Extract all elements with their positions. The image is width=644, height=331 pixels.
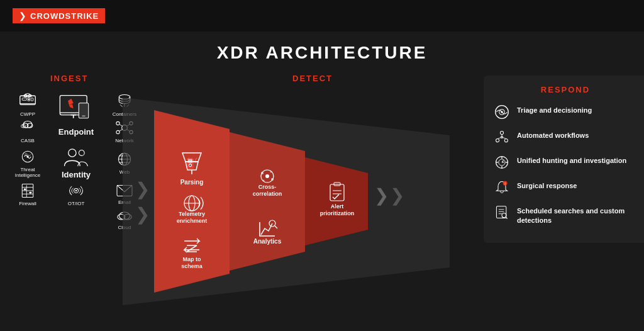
svg-text:!: ! (504, 182, 506, 186)
surgical-label: Surgical response (517, 179, 577, 191)
respond-item-surgical: ! Surgical response (493, 179, 638, 196)
svg-rect-46 (30, 191, 32, 193)
svg-point-96 (500, 132, 503, 135)
doc-search-icon (493, 204, 511, 222)
svg-text:schema: schema (181, 263, 203, 269)
cwpp-label: CWPP (20, 111, 35, 118)
svg-point-97 (496, 139, 499, 142)
ingest-item-casb: CASB (9, 119, 46, 144)
svg-text:prioritization: prioritization (320, 210, 355, 216)
scheduled-label: Scheduled searches and custom detections (517, 204, 638, 226)
svg-text:Parsing: Parsing (180, 179, 204, 186)
svg-rect-113 (496, 206, 506, 218)
main-content: INGEST (0, 69, 644, 330)
svg-point-80 (263, 180, 265, 182)
svg-line-118 (506, 217, 508, 219)
svg-text:enrichment: enrichment (177, 218, 208, 224)
svg-rect-1 (22, 98, 26, 101)
svg-rect-3 (28, 99, 30, 101)
gear-org-icon (493, 128, 511, 146)
svg-point-33 (26, 155, 29, 158)
svg-point-117 (502, 213, 506, 218)
eye-circle-icon (493, 103, 511, 121)
svg-text:❯: ❯ (135, 205, 150, 225)
svg-point-34 (69, 149, 76, 157)
detect-section: DETECT ❯ ❯ ❯ ❯ ⛽ Parsing (142, 69, 484, 330)
endpoint-label: Endpoint (58, 127, 94, 138)
svg-line-16 (120, 104, 123, 107)
respond-label: RESPOND (493, 85, 638, 94)
svg-rect-4 (31, 98, 33, 101)
page-title: XDR ARCHITECTURE (0, 43, 644, 63)
svg-point-6 (25, 94, 31, 97)
ingest-item-identity: Identity (47, 146, 105, 181)
svg-text:❯: ❯ (135, 179, 150, 199)
ingest-item-threat-intel: Threat Intelligence (9, 146, 46, 181)
svg-point-98 (504, 139, 508, 142)
unified-label: Unified hunting and investigation (517, 154, 626, 166)
svg-line-28 (119, 125, 122, 126)
ingest-item-firewall: Firewall (9, 182, 46, 207)
respond-section: RESPOND Triage and decisioning (484, 69, 635, 330)
svg-text:Analytics: Analytics (253, 238, 282, 245)
svg-marker-55 (230, 132, 305, 271)
logo-badge: ❯ CROWDSTRIKE (13, 8, 105, 23)
svg-point-81 (270, 171, 272, 173)
svg-point-78 (261, 172, 264, 174)
svg-line-30 (119, 130, 122, 132)
respond-item-triage: Triage and decisioning (493, 103, 638, 121)
svg-point-77 (265, 174, 269, 178)
svg-point-48 (75, 189, 77, 191)
threat-intel-label: Threat Intelligence (9, 167, 46, 179)
ingest-item-otiot: OT/IOT (47, 182, 105, 207)
svg-point-35 (79, 150, 84, 155)
crowdstrike-chevron-icon: ❯ (19, 11, 26, 21)
svg-point-79 (271, 178, 274, 181)
respond-item-unified: Unified hunting and investigation (493, 154, 638, 171)
ingest-section: INGEST (9, 69, 142, 330)
svg-text:Alert: Alert (331, 203, 344, 210)
ingest-label: INGEST (50, 74, 88, 83)
logo-text: CROWDSTRIKE (30, 11, 99, 21)
respond-panel: RESPOND Triage and decisioning (484, 76, 644, 243)
svg-text:Cross-: Cross- (258, 184, 277, 190)
casb-label: CASB (21, 138, 35, 144)
svg-text:Telemetry: Telemetry (179, 211, 205, 217)
respond-item-scheduled: Scheduled searches and custom detections (493, 204, 638, 226)
svg-text:Map to: Map to (183, 256, 201, 262)
otiot-label: OT/IOT (68, 201, 85, 207)
respond-item-automated: Automated workflows (493, 128, 638, 146)
detect-label: DETECT (292, 74, 333, 83)
svg-rect-45 (24, 188, 26, 190)
svg-point-24 (116, 122, 119, 125)
svg-text:❯: ❯ (374, 186, 389, 206)
clock-target-icon (493, 154, 511, 171)
bell-alert-icon: ! (493, 179, 511, 196)
firewall-label: Firewall (19, 201, 36, 207)
identity-label: Identity (62, 170, 91, 181)
ingest-item-cwpp: CWPP (9, 93, 46, 118)
svg-text:❯: ❯ (390, 186, 404, 206)
title-section: XDR ARCHITECTURE (0, 31, 644, 69)
triage-label: Triage and decisioning (517, 103, 592, 115)
automated-label: Automated workflows (517, 128, 589, 140)
ingest-item-endpoint: Endpoint (47, 86, 105, 145)
svg-rect-2 (28, 98, 30, 99)
svg-point-95 (501, 111, 502, 113)
svg-point-26 (116, 131, 119, 134)
svg-text:correlation: correlation (253, 191, 282, 197)
header: ❯ CROWDSTRIKE (0, 0, 644, 31)
svg-text:⛽: ⛽ (186, 157, 198, 169)
funnel-diagram: ❯ ❯ ❯ ❯ ⛽ Parsing Telemetry enrichment (123, 85, 469, 318)
